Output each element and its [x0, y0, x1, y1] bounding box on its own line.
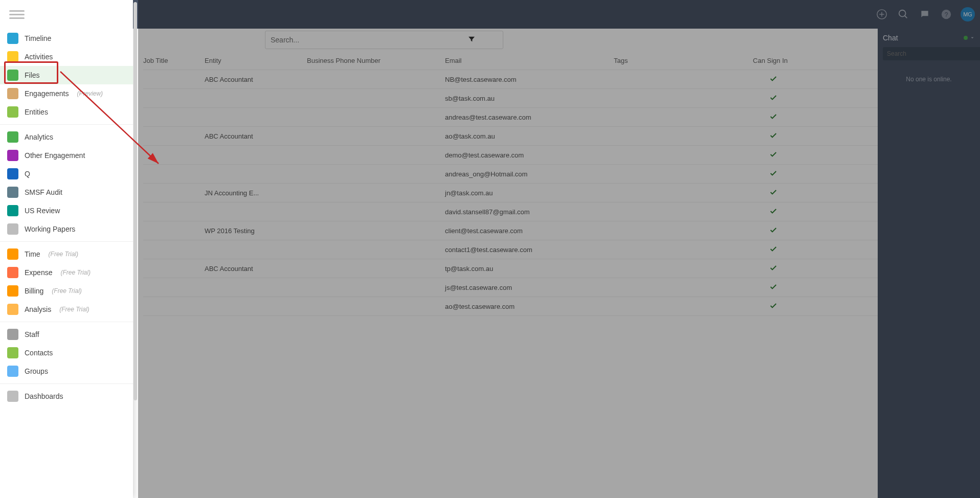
nav-label: Q — [25, 170, 30, 178]
nav-item-q[interactable]: Q — [0, 165, 133, 183]
nav-item-groups[interactable]: Groups — [0, 362, 133, 380]
nav-icon — [7, 267, 18, 278]
nav-item-billing[interactable]: Billing(Free Trial) — [0, 282, 133, 300]
nav-item-expense[interactable]: Expense(Free Trial) — [0, 263, 133, 282]
nav-icon — [7, 70, 18, 81]
nav-item-entities[interactable]: Entities — [0, 103, 133, 121]
nav-item-dashboards[interactable]: Dashboards — [0, 387, 133, 405]
nav-item-working-papers[interactable]: Working Papers — [0, 220, 133, 238]
nav-sublabel: (Free Trial) — [59, 306, 89, 313]
nav-icon — [7, 33, 18, 44]
nav-icon — [7, 223, 18, 235]
nav-label: Files — [25, 71, 40, 79]
nav-item-us-review[interactable]: US Review — [0, 201, 133, 220]
nav-item-staff[interactable]: Staff — [0, 325, 133, 344]
nav-label: Billing — [25, 287, 43, 295]
nav-label: Working Papers — [25, 225, 75, 233]
nav-icon — [7, 347, 18, 358]
nav-item-smsf-audit[interactable]: SMSF Audit — [0, 183, 133, 201]
nav-sublabel: (Preview) — [77, 90, 103, 97]
nav-label: Expense — [25, 268, 52, 277]
nav-item-activities[interactable]: Activities — [0, 48, 133, 66]
nav-item-other-engagement[interactable]: Other Engagement — [0, 146, 133, 165]
nav-label: Other Engagement — [25, 151, 85, 160]
nav-item-time[interactable]: Time(Free Trial) — [0, 245, 133, 263]
nav-icon — [7, 285, 18, 297]
nav-icon — [7, 304, 18, 315]
nav-icon — [7, 150, 18, 161]
nav-icon — [7, 366, 18, 377]
scrollbar[interactable] — [133, 0, 138, 498]
nav-label: Entities — [25, 108, 48, 116]
nav-label: Engagements — [25, 89, 69, 98]
nav-sublabel: (Free Trial) — [52, 287, 81, 295]
nav-icon — [7, 391, 18, 402]
nav-icon — [7, 131, 18, 143]
nav-label: Analytics — [25, 133, 53, 141]
nav-icon — [7, 187, 18, 198]
nav-label: SMSF Audit — [25, 188, 62, 196]
app-root: ? MG 1 - 13 ‹ › — [0, 0, 980, 498]
nav-sublabel: (Free Trial) — [49, 251, 78, 258]
nav-icon — [7, 168, 18, 179]
nav-item-files[interactable]: Files — [0, 66, 133, 84]
modal-overlay[interactable] — [138, 0, 980, 498]
nav-label: Staff — [25, 330, 39, 338]
nav-item-contacts[interactable]: Contacts — [0, 344, 133, 362]
nav-icon — [7, 248, 18, 260]
nav-sublabel: (Free Trial) — [60, 269, 90, 276]
nav-item-analytics[interactable]: Analytics — [0, 128, 133, 146]
nav-label: US Review — [25, 207, 60, 215]
nav-label: Time — [25, 250, 40, 258]
nav-icon — [7, 51, 18, 62]
nav-drawer: TimelineActivitiesFilesEngagements(Previ… — [0, 0, 133, 498]
nav-icon — [7, 106, 18, 118]
nav-label: Contacts — [25, 349, 53, 357]
nav-item-timeline[interactable]: Timeline — [0, 29, 133, 48]
nav-label: Timeline — [25, 34, 51, 42]
nav-icon — [7, 205, 18, 216]
nav-label: Groups — [25, 367, 48, 375]
nav-label: Dashboards — [25, 392, 63, 400]
nav-label: Analysis — [25, 305, 51, 313]
nav-label: Activities — [25, 53, 53, 61]
menu-toggle-icon[interactable] — [9, 8, 25, 21]
nav-icon — [7, 88, 18, 99]
nav-icon — [7, 329, 18, 340]
scroll-thumb[interactable] — [133, 2, 137, 400]
nav-item-engagements[interactable]: Engagements(Preview) — [0, 84, 133, 103]
nav-item-analysis[interactable]: Analysis(Free Trial) — [0, 300, 133, 319]
